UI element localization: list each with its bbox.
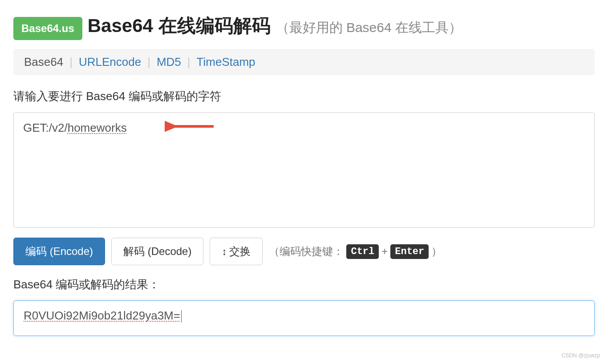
result-label: Base64 编码或解码的结果：: [13, 277, 595, 292]
result-value: R0VUOi92Mi9ob21ld29ya3M=: [24, 309, 180, 322]
button-row: 编码 (Encode) 解码 (Decode) ↕交换 （编码快捷键： Ctrl…: [13, 238, 595, 265]
nav-item-urlencode[interactable]: URLEncode: [79, 55, 141, 69]
swap-icon: ↕: [222, 246, 227, 257]
result-textarea[interactable]: R0VUOi92Mi9ob21ld29ya3M=: [13, 300, 595, 336]
text-cursor: [181, 310, 182, 323]
decode-button[interactable]: 解码 (Decode): [111, 238, 203, 265]
shortcut-hint: （编码快捷键： Ctrl + Enter ）: [269, 244, 442, 259]
input-textarea[interactable]: [13, 112, 595, 228]
input-wrap: GET:/v2/homeworks: [13, 112, 595, 228]
nav-divider: |: [147, 55, 150, 69]
nav-item-md5[interactable]: MD5: [157, 55, 181, 69]
kbd-ctrl: Ctrl: [346, 244, 379, 259]
nav-divider: |: [69, 55, 73, 69]
nav-divider: |: [187, 55, 191, 69]
page-subtitle: （最好用的 Base64 在线工具）: [276, 19, 462, 37]
input-label: 请输入要进行 Base64 编码或解码的字符: [13, 89, 595, 104]
swap-button[interactable]: ↕交换: [210, 238, 263, 265]
page-title: Base64 在线编码解码: [88, 13, 271, 38]
nav-bar: Base64 | URLEncode | MD5 | TimeStamp: [13, 49, 595, 75]
kbd-enter: Enter: [390, 244, 429, 259]
encode-button[interactable]: 编码 (Encode): [13, 238, 105, 265]
site-badge: Base64.us: [13, 17, 82, 40]
nav-item-timestamp[interactable]: TimeStamp: [197, 55, 255, 69]
header: Base64.us Base64 在线编码解码 （最好用的 Base64 在线工…: [13, 13, 595, 40]
nav-item-base64[interactable]: Base64: [24, 55, 63, 69]
